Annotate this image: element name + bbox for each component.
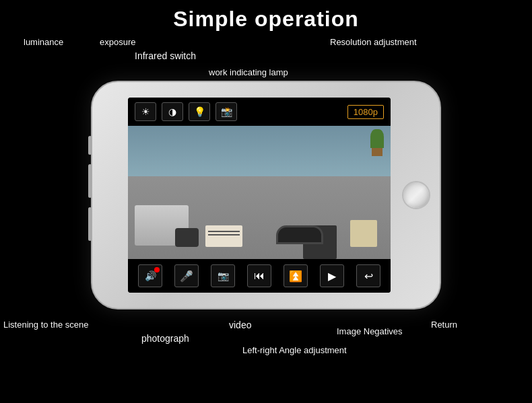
label-work-indicating-lamp: work indicating lamp (209, 67, 288, 77)
volume-button-large (88, 164, 92, 198)
plant-object (367, 129, 387, 156)
camera-object (175, 228, 199, 247)
label-luminance: luminance (24, 37, 63, 47)
speaker-mute-button[interactable]: 🔊 (138, 264, 162, 287)
screen-controls: 🔊 🎤 📷 ⏮ ⏫ (128, 259, 391, 293)
label-infrared-switch: Infrared switch (135, 50, 196, 61)
page-title: Simple operation (0, 0, 532, 32)
speaker-icon: 🔊 (145, 270, 156, 281)
volume-button-large-2 (88, 207, 92, 241)
phone-screen: ☀ ◑ 💡 📸 1080p (128, 98, 391, 293)
wall-bg (128, 126, 391, 179)
toolbar-contrast-icon[interactable]: ◑ (162, 102, 183, 121)
book-line2 (208, 234, 240, 235)
resolution-badge[interactable]: 1080p (347, 105, 384, 119)
contrast-symbol: ◑ (168, 106, 176, 117)
rewind-icon: ⏮ (254, 270, 265, 282)
book-object (205, 225, 242, 247)
volume-button-small (88, 136, 92, 155)
microphone-icon: 🎤 (180, 270, 193, 283)
infrared-symbol: 💡 (194, 106, 205, 117)
label-listening: Listening to the scene (3, 320, 88, 330)
phone-body: ☀ ◑ 💡 📸 1080p (91, 81, 441, 309)
toolbar-brightness-icon[interactable]: ☀ (135, 102, 156, 121)
lr-angle-icon: ⏫ (289, 270, 302, 283)
toolbar-infrared-icon[interactable]: 💡 (189, 102, 210, 121)
label-photograph: photograph (141, 333, 189, 344)
books-stack (350, 220, 377, 247)
lr-angle-button[interactable]: ⏫ (284, 264, 308, 287)
phone-side-buttons (88, 136, 92, 241)
photograph-icon: 📷 (218, 270, 229, 281)
label-return: Return (431, 320, 457, 330)
return-button[interactable]: ↩ (356, 264, 380, 287)
label-exposure: exposure (100, 37, 135, 47)
home-button[interactable] (402, 181, 430, 209)
label-image-negatives: Image Negatives (337, 326, 403, 336)
lamp-symbol: 📸 (221, 106, 232, 117)
rewind-button[interactable]: ⏮ (247, 264, 271, 287)
brightness-symbol: ☀ (141, 106, 150, 117)
play-icon: ▶ (328, 270, 336, 283)
return-icon: ↩ (364, 270, 373, 283)
label-lr-angle: Left-right Angle adjustment (242, 345, 347, 355)
headphones-object (276, 225, 323, 244)
label-resolution-adjustment: Resolution adjustment (330, 37, 417, 47)
toolbar-lamp-icon[interactable]: 📸 (215, 102, 237, 121)
label-video: video (229, 320, 251, 330)
plant-leaves (370, 129, 384, 148)
phone-mockup: ☀ ◑ 💡 📸 1080p (91, 81, 441, 309)
photograph-button[interactable]: 📷 (211, 264, 235, 287)
mute-indicator (154, 267, 160, 272)
camera-view (128, 126, 391, 259)
plant-pot (372, 148, 383, 156)
microphone-button[interactable]: 🎤 (174, 264, 199, 287)
book-line (208, 231, 240, 232)
play-button[interactable]: ▶ (320, 264, 344, 287)
screen-toolbar: ☀ ◑ 💡 📸 1080p (128, 98, 391, 126)
